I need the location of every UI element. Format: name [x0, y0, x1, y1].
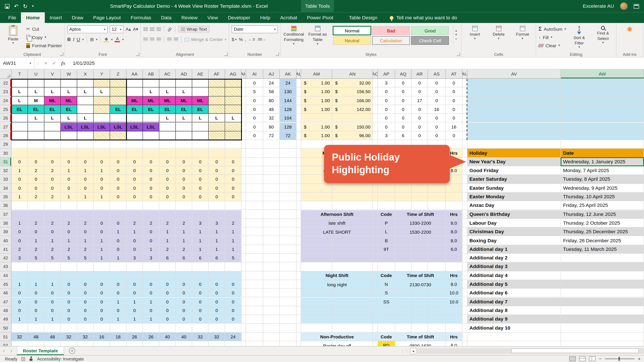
- cell-AL39[interactable]: [296, 227, 301, 236]
- cell-X35[interactable]: 1: [77, 192, 94, 201]
- cell-AU25[interactable]: [462, 105, 467, 114]
- cell-AP34[interactable]: [378, 184, 395, 192]
- cell-AJ50[interactable]: [263, 324, 280, 332]
- cell-X50[interactable]: [77, 324, 94, 332]
- cell-AV52[interactable]: [467, 341, 561, 346]
- cell-AK34[interactable]: [280, 184, 296, 192]
- grow-font-button[interactable]: A▴: [126, 27, 131, 31]
- cell-T31[interactable]: 0: [12, 157, 28, 166]
- cell-AW32[interactable]: Monday, 7 April 2025: [561, 166, 644, 175]
- cell-T35[interactable]: 1: [12, 192, 28, 201]
- cell-AD36[interactable]: [176, 201, 192, 210]
- cell-AG38[interactable]: 2: [225, 219, 242, 227]
- cell-AS48[interactable]: [428, 306, 446, 315]
- redo-icon[interactable]: ↻: [23, 3, 28, 9]
- cell-AW42[interactable]: [561, 254, 644, 262]
- cell-AC43[interactable]: [159, 262, 176, 271]
- cell-AE38[interactable]: 3: [192, 219, 209, 227]
- cell-AJ46[interactable]: [263, 289, 280, 297]
- cell-AS50[interactable]: [428, 324, 446, 332]
- cell-AG33[interactable]: 0: [225, 175, 242, 184]
- col-header-AL[interactable]: AL: [296, 69, 301, 78]
- cell-AJ39[interactable]: [263, 227, 280, 236]
- cell-AF28[interactable]: [209, 131, 225, 140]
- cell-AF27[interactable]: [209, 122, 225, 131]
- alignment-dialog-launcher[interactable]: [224, 52, 228, 56]
- cell-AO26[interactable]: [373, 114, 378, 122]
- cell-AT48[interactable]: [446, 306, 462, 315]
- cell-AW36[interactable]: Friday, 25 April 2025: [561, 201, 644, 210]
- col-header-AG[interactable]: AG: [225, 69, 242, 78]
- cell-U40[interactable]: 1: [28, 236, 44, 245]
- cell-AJ52[interactable]: [263, 341, 280, 346]
- cell-AU22[interactable]: [462, 79, 467, 87]
- cell-V33[interactable]: 0: [44, 175, 61, 184]
- cell-AG48[interactable]: 0: [225, 306, 242, 315]
- cell-AO47[interactable]: [373, 297, 378, 306]
- row-header-28[interactable]: 28: [0, 131, 12, 140]
- styles-dialog-launcher[interactable]: [457, 52, 460, 56]
- cell-AO35[interactable]: [373, 192, 378, 201]
- cell-T40[interactable]: 0: [12, 236, 28, 245]
- cell-AT27[interactable]: 16: [446, 122, 462, 131]
- cell-AH50[interactable]: [242, 324, 246, 332]
- cell-AS22[interactable]: 0: [428, 79, 446, 87]
- cell-AW47[interactable]: [561, 297, 644, 306]
- format-cells-button[interactable]: Format▾: [512, 25, 533, 39]
- cell-AJ45[interactable]: [263, 280, 280, 289]
- cell-AE50[interactable]: [192, 324, 209, 332]
- cell-AA46[interactable]: 0: [126, 289, 143, 297]
- cell-AM22[interactable]: $1.00: [301, 79, 332, 87]
- cell-style-check-cell[interactable]: Check Cell: [411, 36, 449, 45]
- cell-AU28[interactable]: [462, 131, 467, 140]
- cell-X27[interactable]: LSL: [77, 122, 94, 131]
- italic-button[interactable]: I: [73, 36, 74, 42]
- cell-AL27[interactable]: [296, 122, 301, 131]
- merge-center-button[interactable]: Merge & Center ▾: [184, 37, 226, 42]
- cell-AP45[interactable]: N: [378, 280, 395, 289]
- cell-AR41[interactable]: [412, 245, 428, 254]
- cell-V27[interactable]: [44, 122, 61, 131]
- cell-AA31[interactable]: 0: [126, 157, 143, 166]
- row-header-23[interactable]: 23: [0, 87, 12, 96]
- cell-AB37[interactable]: [143, 210, 160, 219]
- cell-AM35[interactable]: [301, 192, 332, 201]
- cell-AN34[interactable]: [332, 184, 373, 192]
- cell-Z36[interactable]: [110, 201, 127, 210]
- cell-AW39[interactable]: Thursday, 25 December 2025: [561, 227, 644, 236]
- formula-value[interactable]: 1/01/2025: [68, 57, 95, 69]
- cell-AS42[interactable]: [428, 254, 446, 262]
- cell-AA30[interactable]: [126, 149, 143, 157]
- cell-AA38[interactable]: 2: [126, 219, 143, 227]
- cell-AP43[interactable]: [378, 262, 395, 271]
- cell-AB51[interactable]: 26: [143, 332, 160, 341]
- number-format-select[interactable]: Date ▾: [232, 25, 278, 33]
- cell-X42[interactable]: 5: [77, 254, 94, 262]
- row-header-24[interactable]: 24: [0, 96, 12, 105]
- cell-AV25[interactable]: [467, 105, 561, 114]
- cell-T34[interactable]: 0: [12, 184, 28, 192]
- cell-U47[interactable]: 0: [28, 297, 44, 306]
- cell-AD41[interactable]: 2: [176, 245, 192, 254]
- cell-AS28[interactable]: 0: [428, 131, 446, 140]
- row-header-44[interactable]: 44: [0, 271, 12, 280]
- cell-AN46[interactable]: [332, 289, 373, 297]
- tab-page-layout[interactable]: Page Layout: [88, 12, 126, 23]
- cell-AS36[interactable]: [428, 201, 446, 210]
- cell-AB52[interactable]: [143, 341, 160, 346]
- cell-W25[interactable]: EL: [61, 105, 77, 114]
- cell-AN49[interactable]: [332, 315, 373, 324]
- cell-AJ22[interactable]: 24: [263, 79, 280, 87]
- cell-AR50[interactable]: [412, 324, 428, 332]
- cell-AG41[interactable]: 1: [225, 245, 242, 254]
- cell-W24[interactable]: ML: [61, 96, 77, 105]
- cell-AV23[interactable]: [467, 87, 561, 96]
- cell-AH23[interactable]: [242, 87, 246, 96]
- cell-AO52[interactable]: [373, 341, 378, 346]
- zoom-in-button[interactable]: +: [638, 357, 640, 361]
- merged-cell-AM44[interactable]: Night Shift: [301, 271, 373, 280]
- cell-X34[interactable]: 0: [77, 184, 94, 192]
- cell-AA25[interactable]: EL: [126, 105, 143, 114]
- cell-V22[interactable]: [44, 79, 61, 87]
- cell-Y29[interactable]: [94, 140, 110, 149]
